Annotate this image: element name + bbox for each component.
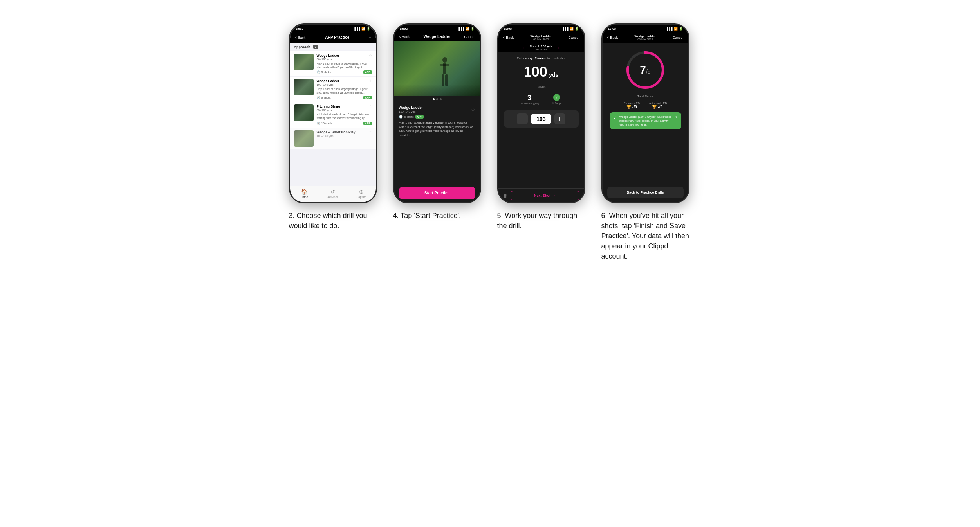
start-practice-button[interactable]: Start Practice bbox=[399, 187, 475, 199]
carousel-dots bbox=[394, 96, 480, 103]
back-to-drills-button[interactable]: Back to Practice Drills bbox=[607, 187, 684, 198]
nav-title-3: Wedge Ladder bbox=[530, 34, 552, 38]
star-icon[interactable]: ☆ bbox=[369, 79, 372, 83]
back-button-1[interactable]: < Back bbox=[295, 36, 306, 40]
list-item[interactable]: Pitching String 55–100 yds Hit 1 shot at… bbox=[290, 102, 376, 127]
toast-close-icon[interactable]: ✕ bbox=[674, 115, 677, 119]
delete-icon[interactable]: 🗑 bbox=[503, 193, 507, 198]
list-item[interactable]: Wedge & Short Iron Play 100–140 yds ☆ bbox=[290, 128, 376, 149]
nav-cancel-3[interactable]: Cancel bbox=[568, 36, 579, 40]
star-icon[interactable]: ☆ bbox=[369, 54, 372, 58]
app-badge: APP bbox=[363, 122, 372, 125]
difference-label: Difference (yds) bbox=[520, 102, 539, 105]
nav-bar-3: < Back Wedge Ladder 06 Mar 2023 Cancel bbox=[498, 32, 584, 43]
previous-pb-number: -/9 bbox=[632, 105, 637, 109]
list-item[interactable]: Wedge Ladder 100–140 yds Play 1 shot at … bbox=[290, 77, 376, 102]
caption-2: 4. Tap 'Start Practice'. bbox=[393, 210, 461, 221]
thumb-img bbox=[294, 79, 314, 95]
tab-capture-label: Capture bbox=[357, 196, 366, 198]
next-shot-button[interactable]: Next Shot → bbox=[511, 191, 579, 200]
phone-col-1: 13:02 ▐▐▐ 📶 🔋 < Back APP Practice ≡ bbox=[289, 23, 379, 231]
increase-button[interactable]: + bbox=[554, 113, 565, 124]
last-month-pb-value: 🏆 -/9 bbox=[648, 105, 667, 109]
shot-navigation: ← Shot 1, 100 yds Score 5/9 → bbox=[498, 43, 584, 52]
previous-pb-label: Previous PB bbox=[624, 101, 640, 105]
clock-icon: 🕐 bbox=[317, 122, 320, 125]
score-ring: 7 /9 bbox=[624, 49, 667, 92]
drill-range: 50–100 yds bbox=[317, 58, 372, 61]
drill-range: 55–100 yds bbox=[317, 108, 372, 112]
svg-rect-3 bbox=[442, 74, 444, 86]
nav-title-1: APP Practice bbox=[325, 35, 349, 40]
nav-cancel-4[interactable]: Cancel bbox=[672, 36, 683, 40]
list-item[interactable]: Wedge Ladder 50–100 yds Play 1 shot at e… bbox=[290, 51, 376, 76]
next-shot-arrow[interactable]: → bbox=[556, 45, 560, 50]
nav-bar-1: < Back APP Practice ≡ bbox=[290, 32, 376, 43]
wifi-icon: 📶 bbox=[466, 27, 469, 31]
hero-image bbox=[394, 41, 480, 96]
prev-shot-arrow[interactable]: ← bbox=[522, 45, 527, 50]
nav-cancel-2[interactable]: Cancel bbox=[464, 35, 475, 39]
signal-icon: ▐▐▐ bbox=[457, 27, 464, 31]
phone-3-screen: 13:03 ▐▐▐ 📶 🔋 < Back Wedge Ladder 06 Mar… bbox=[498, 25, 584, 202]
svg-point-7 bbox=[644, 51, 647, 54]
nav-title-4: Wedge Ladder bbox=[634, 34, 656, 38]
distance-input[interactable]: 103 bbox=[531, 114, 551, 124]
ring-score-display: 7 /9 bbox=[640, 64, 650, 76]
tab-bar: 🏠 Home ↺ Activities ⊕ Capture bbox=[290, 186, 376, 202]
star-icon[interactable]: ☆ bbox=[369, 130, 372, 134]
instruction-text: Enter carry distance for each shot bbox=[504, 56, 579, 60]
difference-stat: 3 Difference (yds) bbox=[520, 94, 539, 105]
card-star[interactable]: ☆ bbox=[471, 107, 475, 112]
drill-range: 100–140 yds bbox=[317, 134, 372, 138]
nav-bar-4: < Back Wedge Ladder 06 Mar 2023 Cancel bbox=[603, 32, 688, 43]
back-button-4[interactable]: < Back bbox=[607, 36, 618, 40]
check-icon: ✓ bbox=[614, 115, 617, 120]
drill-title: Wedge & Short Iron Play bbox=[317, 130, 372, 134]
caption-3: 5. Work your way through the drill. bbox=[497, 210, 583, 231]
decrease-button[interactable]: − bbox=[517, 113, 528, 124]
shot-score: Score 5/9 bbox=[530, 48, 552, 51]
drill-footer: 🕐 9 shots APP bbox=[317, 70, 372, 74]
shots-label: 🕐 9 shots bbox=[317, 96, 331, 99]
battery-icon: 🔋 bbox=[366, 27, 370, 31]
shot-body: Enter carry distance for each shot 100 y… bbox=[498, 52, 584, 188]
nav-right-1[interactable]: ≡ bbox=[369, 36, 371, 40]
phone-4: 13:03 ▐▐▐ 📶 🔋 < Back Wedge Ladder 06 Mar… bbox=[601, 23, 689, 203]
card-title-area: Wedge Ladder 100–140 yds bbox=[399, 106, 423, 113]
shots-count: 9 shots bbox=[321, 96, 331, 99]
app-badge: APP bbox=[363, 70, 372, 74]
phone-4-screen: 13:03 ▐▐▐ 📶 🔋 < Back Wedge Ladder 06 Mar… bbox=[603, 25, 688, 202]
drill-card: Wedge Ladder 100–140 yds ☆ 🕐 9 shots APP… bbox=[394, 103, 480, 184]
wifi-icon: 📶 bbox=[570, 27, 574, 31]
tab-capture[interactable]: ⊕ Capture bbox=[347, 189, 376, 198]
tab-home-label: Home bbox=[301, 196, 308, 198]
tab-activities[interactable]: ↺ Activities bbox=[319, 189, 347, 198]
phone-col-2: 13:02 ▐▐▐ 📶 🔋 < Back Wedge Ladder Cancel bbox=[393, 23, 483, 221]
app-badge: APP bbox=[363, 96, 372, 99]
card-desc: Play 1 shot at each target yardage. If y… bbox=[399, 121, 475, 137]
drill-thumb bbox=[294, 79, 314, 95]
back-button-2[interactable]: < Back bbox=[399, 35, 410, 39]
tab-home[interactable]: 🏠 Home bbox=[290, 189, 319, 198]
distance-input-row: − 103 + bbox=[504, 110, 579, 128]
notch-1 bbox=[321, 25, 345, 30]
yds-unit: yds bbox=[549, 72, 558, 78]
phone-1: 13:02 ▐▐▐ 📶 🔋 < Back APP Practice ≡ bbox=[289, 23, 377, 203]
drill-desc: Play 1 shot at each target yardage. If y… bbox=[317, 87, 372, 94]
thumb-img bbox=[294, 104, 314, 121]
star-icon[interactable]: ☆ bbox=[369, 104, 372, 108]
dot-1 bbox=[433, 98, 435, 100]
signal-icon: ▐▐▐ bbox=[353, 27, 360, 31]
pb-row: Previous PB 🏆 -/9 Last month PB 🏆 -/9 bbox=[624, 101, 667, 109]
drill-title: Pitching String bbox=[317, 104, 372, 108]
drill-footer: 🕐 9 shots APP bbox=[317, 96, 372, 99]
drill-desc: Play 1 shot at each target yardage. If y… bbox=[317, 62, 372, 69]
success-toast: ✓ 'Wedge Ladder (100–140 yds)' was creat… bbox=[610, 112, 681, 129]
thumb-img bbox=[294, 54, 314, 70]
back-button-3[interactable]: < Back bbox=[503, 36, 514, 40]
caption-4: 6. When you've hit all your shots, tap '… bbox=[601, 210, 691, 261]
score-value: 7 bbox=[640, 64, 646, 76]
shots-text: 9 shots bbox=[404, 115, 414, 119]
golfer-silhouette bbox=[433, 57, 457, 96]
